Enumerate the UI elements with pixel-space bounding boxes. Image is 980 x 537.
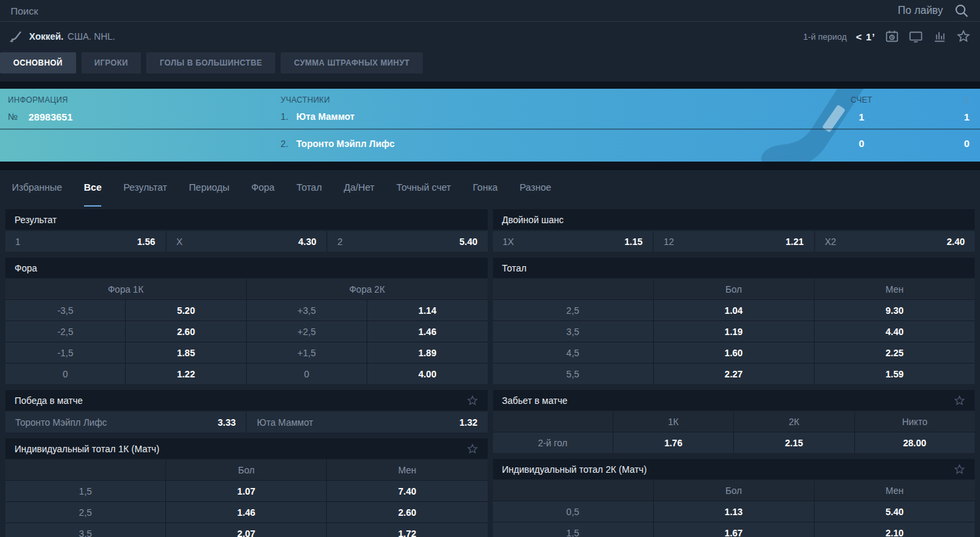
odds-label: 1X bbox=[503, 236, 514, 247]
odds-cell[interactable]: 1.60 bbox=[654, 342, 814, 363]
odds-cell[interactable]: 5.20 bbox=[126, 300, 245, 320]
odds-cell-utah[interactable]: Юта Маммот 1.32 bbox=[247, 412, 487, 432]
odds-cell[interactable]: 1.19 bbox=[654, 321, 814, 342]
odds-cell-1x[interactable]: 1X 1.15 bbox=[493, 231, 653, 252]
odds-cell[interactable]: 2.15 bbox=[734, 432, 854, 453]
col-2k-header: 2К bbox=[734, 411, 854, 432]
calendar-clock-icon[interactable] bbox=[885, 29, 899, 44]
odds-cell[interactable]: 2.60 bbox=[126, 321, 245, 342]
total-param: 5,5 bbox=[493, 364, 653, 384]
team1-index: 1. bbox=[281, 111, 289, 122]
divider-strip bbox=[0, 162, 980, 170]
filter-tab-periods[interactable]: Периоды bbox=[189, 182, 229, 207]
odds-value: 3.33 bbox=[218, 417, 236, 428]
odds-cell[interactable]: 1.85 bbox=[126, 342, 245, 363]
total-param: 1,5 bbox=[493, 522, 653, 537]
odds-cell-1[interactable]: 1 1.56 bbox=[5, 231, 165, 252]
divider-strip bbox=[0, 81, 980, 89]
odds-cell[interactable]: 4.40 bbox=[815, 321, 975, 342]
odds-cell[interactable]: 1.89 bbox=[367, 342, 487, 363]
team1-score: 1 bbox=[805, 111, 918, 122]
tab-players[interactable]: ИГРОКИ bbox=[81, 52, 142, 73]
odds-label: 1 bbox=[15, 236, 21, 247]
odds-cell[interactable]: 2.60 bbox=[327, 502, 487, 522]
odds-cell[interactable]: 2.27 bbox=[654, 364, 814, 384]
over-header: Бол bbox=[654, 279, 814, 299]
market-block-total: Тотал Бол Мен 2,5 1.04 9.30 3,5 1.19 4.4… bbox=[493, 258, 975, 384]
odds-cell[interactable]: 7.40 bbox=[327, 481, 487, 501]
filter-tab-misc[interactable]: Разное bbox=[519, 182, 551, 207]
market-block-result: Результат 1 1.56 X 4.30 2 5.40 bbox=[5, 209, 488, 252]
filter-tab-all[interactable]: Все bbox=[84, 182, 102, 207]
block-title: Результат bbox=[5, 209, 488, 230]
block-title: Двойной шанс bbox=[493, 209, 975, 230]
team2-score: 0 bbox=[805, 138, 918, 149]
filter-tab-result[interactable]: Результат bbox=[123, 182, 167, 207]
live-filter-label[interactable]: По лайву bbox=[898, 5, 943, 17]
block-title: Победа в матче bbox=[5, 390, 488, 411]
odds-cell[interactable]: 1.22 bbox=[126, 364, 245, 384]
period-column-header: 1 bbox=[918, 95, 969, 105]
block-title-label: Тотал bbox=[502, 263, 527, 273]
odds-cell[interactable]: 2.07 bbox=[166, 523, 326, 537]
odds-cell[interactable]: 5.40 bbox=[815, 501, 975, 522]
favorite-star-icon[interactable] bbox=[956, 29, 971, 44]
match-header-row: Хоккей. США. NHL. 1-й период < 1’ bbox=[0, 22, 980, 51]
tab-main[interactable]: ОСНОВНОЙ bbox=[0, 52, 76, 73]
odds-cell-12[interactable]: 12 1.21 bbox=[654, 231, 814, 252]
hockey-icon bbox=[9, 30, 22, 43]
search-input[interactable] bbox=[11, 5, 408, 17]
filter-tab-race[interactable]: Гонка bbox=[472, 182, 498, 207]
odds-cell-toronto[interactable]: Торонто Мэйпл Лифс 3.33 bbox=[5, 412, 245, 432]
odds-cell[interactable]: 2.25 bbox=[815, 342, 975, 363]
odds-cell[interactable]: 9.30 bbox=[815, 300, 975, 320]
odds-cell-x[interactable]: X 4.30 bbox=[167, 231, 327, 252]
odds-cell[interactable]: 1.13 bbox=[654, 501, 814, 522]
filter-tab-favorites[interactable]: Избранные bbox=[12, 182, 62, 207]
block-title: Фора bbox=[5, 258, 488, 278]
match-timer: < 1’ bbox=[856, 31, 875, 42]
filter-tab-total[interactable]: Тотал bbox=[296, 182, 322, 207]
odds-cell[interactable]: 1.72 bbox=[327, 523, 487, 537]
favorite-star-icon[interactable] bbox=[467, 395, 478, 407]
filter-tab-yesno[interactable]: Да/Нет bbox=[343, 182, 375, 207]
odds-cell-x2[interactable]: X2 2.40 bbox=[815, 231, 975, 252]
over-header: Бол bbox=[654, 480, 814, 501]
odds-cell[interactable]: 1.46 bbox=[367, 321, 487, 342]
handicap-param: -3,5 bbox=[5, 300, 125, 320]
market-block-ind-total-1k: Индивидуальный тотал 1К (Матч) Бол Мен 1… bbox=[5, 438, 488, 537]
tab-penalty-minutes[interactable]: СУММА ШТРАФНЫХ МИНУТ bbox=[281, 52, 423, 73]
search-icon[interactable] bbox=[954, 3, 969, 19]
odds-cell[interactable]: 1.46 bbox=[166, 502, 326, 522]
total-param: 1,5 bbox=[5, 481, 165, 501]
odds-cell[interactable]: 1.67 bbox=[654, 522, 814, 537]
odds-cell[interactable]: 1.07 bbox=[166, 481, 326, 501]
favorite-star-icon[interactable] bbox=[954, 395, 965, 407]
team2-index: 2. bbox=[281, 138, 289, 149]
block-title-label: Забьет в матче bbox=[502, 395, 568, 406]
filter-tab-handicap[interactable]: Фора bbox=[251, 182, 275, 207]
sport-name: Хоккей. bbox=[29, 31, 64, 42]
team-row: 2. Торонто Мэйпл Лифс 0 0 bbox=[0, 130, 980, 157]
odds-cell[interactable]: 2.10 bbox=[815, 522, 975, 537]
tab-powerplay-goals[interactable]: ГОЛЫ В БОЛЬШИНСТВЕ bbox=[146, 52, 275, 73]
odds-cell[interactable]: 1.76 bbox=[613, 432, 733, 453]
odds-cell[interactable]: 1.14 bbox=[367, 300, 487, 320]
team2-period-score: 0 bbox=[918, 138, 969, 149]
statistics-icon[interactable] bbox=[932, 29, 947, 44]
odds-label: 2 bbox=[337, 236, 343, 247]
video-stream-icon[interactable] bbox=[909, 29, 923, 44]
odds-cell-2[interactable]: 2 5.40 bbox=[328, 231, 488, 252]
market-block-double-chance: Двойной шанс 1X 1.15 12 1.21 X2 2.40 bbox=[493, 209, 975, 252]
filter-tab-correct-score[interactable]: Точный счет bbox=[396, 182, 451, 207]
favorite-star-icon[interactable] bbox=[954, 464, 965, 475]
odds-label: Торонто Мэйпл Лифс bbox=[15, 417, 107, 428]
block-title: Индивидуальный тотал 2К (Матч) bbox=[493, 459, 975, 479]
team1-period-score: 1 bbox=[918, 111, 969, 122]
odds-cell[interactable]: 28.00 bbox=[855, 432, 975, 453]
odds-cell[interactable]: 4.00 bbox=[367, 364, 487, 384]
odds-cell[interactable]: 1.04 bbox=[654, 300, 814, 320]
league-name: США. NHL. bbox=[67, 31, 115, 42]
odds-cell[interactable]: 1.59 bbox=[815, 364, 975, 384]
favorite-star-icon[interactable] bbox=[467, 443, 478, 455]
